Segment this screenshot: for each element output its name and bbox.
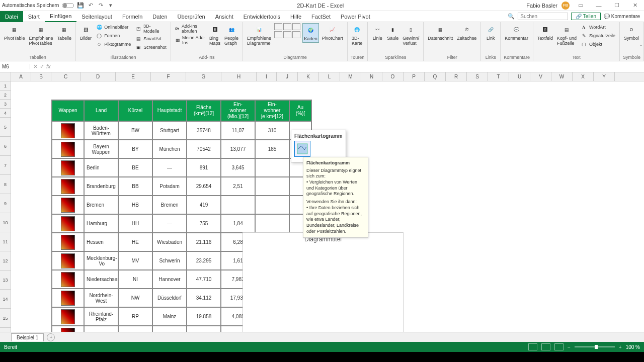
table-cell[interactable] — [255, 196, 289, 214]
table-cell[interactable]: MV — [118, 251, 152, 270]
col-header-G[interactable]: G — [186, 72, 221, 81]
table-cell[interactable]: 2,51 — [221, 177, 255, 196]
table-row[interactable]: BremenHBBremen419 — [52, 196, 311, 214]
table-cell[interactable]: HB — [118, 196, 152, 214]
col-header-L[interactable]: L — [319, 72, 340, 81]
tab-ansicht[interactable]: Ansicht — [210, 11, 238, 22]
pivottable-button[interactable]: ▦PivotTable — [3, 23, 26, 42]
table-row[interactable]: BrandenburgBBPotsdam29.6542,51 — [52, 177, 311, 196]
row-header[interactable]: 16 — [0, 328, 11, 332]
table-cell[interactable]: 70542 — [187, 140, 221, 158]
signaturzeile-button[interactable]: ✎Signaturzeile — [580, 32, 616, 40]
col-header-V[interactable]: V — [530, 72, 551, 81]
row-header[interactable]: 15 — [0, 309, 11, 328]
add-sheet-button[interactable]: + — [47, 333, 55, 341]
datenschnitt-button[interactable]: ▦Datenschnitt — [427, 23, 454, 42]
ribbon-options-icon[interactable]: ▭ — [574, 1, 588, 10]
table-cell[interactable]: Mainz — [152, 307, 187, 326]
table-cell[interactable]: BY — [118, 140, 152, 158]
table-cell[interactable] — [52, 196, 84, 214]
table-cell[interactable] — [52, 251, 84, 270]
table-cell[interactable] — [52, 270, 84, 289]
chart-area-icon[interactable] — [283, 31, 291, 38]
save-icon[interactable]: 💾 — [77, 2, 84, 9]
table-row[interactable]: Baden-WürttemBWStuttgart3574811,07310 — [52, 121, 311, 140]
close-icon[interactable]: ✕ — [628, 1, 642, 10]
col-header-X[interactable]: X — [573, 72, 594, 81]
table-cell[interactable]: 3,645 — [221, 158, 255, 177]
tab-seitenlayout[interactable]: Seitenlayout — [76, 11, 117, 22]
link-button[interactable]: 🔗Link — [484, 23, 497, 42]
col-header-N[interactable]: N — [361, 72, 382, 81]
chart-type-grid[interactable] — [274, 23, 300, 38]
spreadsheet-grid[interactable]: 1234567891011121314151617 WappenLandKürz… — [0, 81, 644, 332]
tab-factset[interactable]: FactSet — [306, 11, 336, 22]
undo-icon[interactable]: ↶ — [87, 2, 94, 9]
table-cell[interactable] — [52, 289, 84, 307]
table-cell[interactable]: Saarland — [84, 326, 118, 332]
row-header[interactable]: 8 — [0, 175, 11, 194]
table-cell[interactable]: BE — [118, 158, 152, 177]
comments-button[interactable]: 💬 Kommentare — [604, 14, 640, 19]
zoom-out-icon[interactable]: − — [568, 344, 571, 350]
table-cell[interactable]: Bayern Wappen — [84, 140, 118, 158]
table-cell[interactable] — [221, 196, 255, 214]
col-header-J[interactable]: J — [277, 72, 298, 81]
chart-hbar-icon[interactable] — [274, 31, 282, 38]
table-cell[interactable]: Saarbrücken — [152, 326, 187, 332]
row-header[interactable]: 2 — [0, 90, 11, 100]
table-cell[interactable]: Brandenburg — [84, 177, 118, 196]
tab-entwicklertools[interactable]: Entwicklertools — [238, 11, 285, 22]
col-header-Y[interactable]: Y — [594, 72, 615, 81]
kommentar-button[interactable]: 💬Kommentar — [504, 23, 529, 42]
chart-bar-icon[interactable] — [274, 23, 282, 30]
table-cell[interactable]: 23.295 — [187, 251, 221, 270]
view-pagelayout-icon[interactable] — [541, 343, 550, 350]
smartart-button[interactable]: ▤SmartArt — [134, 35, 168, 43]
table-cell[interactable]: Hamburg — [84, 214, 118, 233]
row-header[interactable]: 14 — [0, 290, 11, 309]
map-chart-option[interactable] — [294, 141, 310, 157]
table-cell[interactable]: BB — [118, 177, 152, 196]
enter-formula-icon[interactable]: ✓ — [40, 63, 44, 70]
table-cell[interactable] — [255, 177, 289, 196]
tab-ueberpruefen[interactable]: Überprüfen — [173, 11, 210, 22]
wordart-button[interactable]: 𝐀WordArt — [580, 23, 616, 31]
table-cell[interactable]: Baden-Württem — [84, 121, 118, 140]
table-cell[interactable]: 47.710 — [187, 270, 221, 289]
tab-start[interactable]: Start — [23, 11, 45, 22]
user-name[interactable]: Fabio Basler — [526, 3, 557, 9]
addins-my-button[interactable]: ▦Meine Add-Ins — [174, 35, 206, 46]
table-cell[interactable]: 11,07 — [221, 121, 255, 140]
peoplegraph-button[interactable]: 👥People Graph — [223, 23, 239, 47]
tab-einfuegen[interactable]: Einfügen — [45, 11, 76, 22]
col-header-U[interactable]: U — [509, 72, 530, 81]
table-cell[interactable]: — — [152, 158, 187, 177]
col-header-B[interactable]: B — [31, 72, 51, 81]
spark-column-button[interactable]: ▮Säule — [386, 23, 399, 42]
row-header[interactable]: 3 — [0, 100, 11, 109]
zoom-level[interactable]: 100 % — [626, 344, 640, 350]
maximize-icon[interactable]: ☐ — [610, 1, 624, 10]
col-header-D[interactable]: D — [80, 72, 116, 81]
row-header[interactable]: 9 — [0, 194, 11, 213]
table-cell[interactable]: Schwerin — [152, 251, 187, 270]
row-header[interactable]: 5 — [0, 118, 11, 137]
col-header-Q[interactable]: Q — [425, 72, 446, 81]
table-cell[interactable]: Bremen — [84, 196, 118, 214]
table-cell[interactable]: NW — [118, 289, 152, 307]
table-cell[interactable]: SL — [118, 326, 152, 332]
col-header-E[interactable]: E — [116, 72, 151, 81]
row-header[interactable]: 4 — [0, 109, 11, 118]
table-row[interactable]: BerlinBE—8913,645 — [52, 158, 311, 177]
table-cell[interactable]: Bremen — [152, 196, 187, 214]
tab-powerpivot[interactable]: Power Pivot — [336, 11, 375, 22]
karte3d-button[interactable]: 🌐3D- Karte — [351, 23, 364, 47]
table-cell[interactable]: Stuttgart — [152, 121, 187, 140]
col-header-P[interactable]: P — [404, 72, 425, 81]
table-cell[interactable]: Potsdam — [152, 177, 187, 196]
row-header[interactable]: 1 — [0, 81, 11, 90]
formen-button[interactable]: ◯Formen — [95, 32, 132, 40]
select-all-button[interactable] — [0, 72, 11, 81]
tab-formeln[interactable]: Formeln — [117, 11, 147, 22]
